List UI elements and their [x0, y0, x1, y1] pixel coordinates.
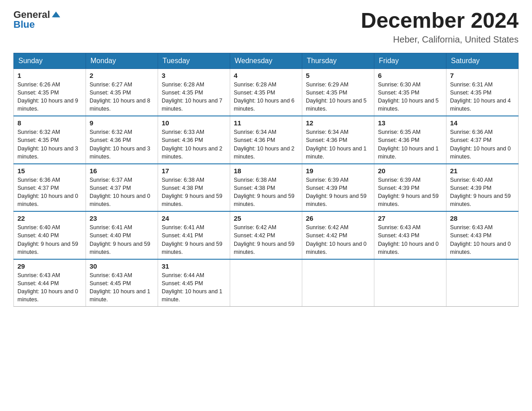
calendar-cell: 7 Sunrise: 6:31 AMSunset: 4:35 PMDayligh… [446, 68, 519, 116]
logo: General Blue [13, 9, 61, 30]
weekday-header-row: SundayMondayTuesdayWednesdayThursdayFrid… [14, 53, 519, 68]
calendar-cell: 8 Sunrise: 6:32 AMSunset: 4:35 PMDayligh… [14, 116, 86, 164]
day-info: Sunrise: 6:43 AMSunset: 4:45 PMDaylight:… [90, 272, 150, 303]
day-number: 11 [234, 119, 298, 127]
day-number: 16 [90, 167, 154, 175]
day-number: 15 [17, 167, 82, 175]
day-info: Sunrise: 6:39 AMSunset: 4:39 PMDaylight:… [306, 177, 367, 207]
weekday-header-monday: Monday [86, 53, 158, 68]
day-info: Sunrise: 6:43 AMSunset: 4:44 PMDaylight:… [17, 272, 78, 303]
day-info: Sunrise: 6:33 AMSunset: 4:36 PMDaylight:… [162, 129, 223, 159]
calendar-week-row: 22 Sunrise: 6:40 AMSunset: 4:40 PMDaylig… [14, 211, 519, 259]
weekday-header-friday: Friday [374, 53, 446, 68]
calendar-cell [446, 259, 519, 307]
title-area: December 2024 Heber, California, United … [361, 9, 519, 45]
calendar-cell: 30 Sunrise: 6:43 AMSunset: 4:45 PMDaylig… [86, 259, 158, 307]
day-number: 27 [378, 214, 442, 222]
calendar-cell: 25 Sunrise: 6:42 AMSunset: 4:42 PMDaylig… [230, 211, 302, 259]
day-number: 2 [90, 72, 154, 79]
calendar-cell: 18 Sunrise: 6:38 AMSunset: 4:38 PMDaylig… [230, 164, 302, 212]
calendar-cell: 9 Sunrise: 6:32 AMSunset: 4:36 PMDayligh… [86, 116, 158, 164]
calendar-week-row: 15 Sunrise: 6:36 AMSunset: 4:37 PMDaylig… [14, 164, 519, 212]
calendar-subtitle: Heber, California, United States [361, 34, 519, 45]
calendar-cell [302, 259, 374, 307]
calendar-cell: 2 Sunrise: 6:27 AMSunset: 4:35 PMDayligh… [86, 68, 158, 116]
day-info: Sunrise: 6:29 AMSunset: 4:35 PMDaylight:… [306, 81, 367, 112]
calendar-cell: 28 Sunrise: 6:43 AMSunset: 4:43 PMDaylig… [446, 211, 519, 259]
calendar-cell: 16 Sunrise: 6:37 AMSunset: 4:37 PMDaylig… [86, 164, 158, 212]
day-number: 5 [306, 72, 370, 79]
day-number: 18 [234, 167, 298, 175]
day-number: 21 [450, 167, 515, 175]
day-info: Sunrise: 6:28 AMSunset: 4:35 PMDaylight:… [162, 81, 223, 112]
day-number: 12 [306, 119, 370, 127]
day-number: 17 [162, 167, 226, 175]
day-info: Sunrise: 6:35 AMSunset: 4:36 PMDaylight:… [378, 129, 439, 159]
calendar-cell: 17 Sunrise: 6:38 AMSunset: 4:38 PMDaylig… [158, 164, 230, 212]
day-number: 9 [90, 119, 154, 127]
calendar-cell: 31 Sunrise: 6:44 AMSunset: 4:45 PMDaylig… [158, 259, 230, 307]
day-info: Sunrise: 6:40 AMSunset: 4:39 PMDaylight:… [450, 177, 511, 207]
calendar-cell: 12 Sunrise: 6:34 AMSunset: 4:36 PMDaylig… [302, 116, 374, 164]
day-number: 3 [162, 72, 226, 79]
day-info: Sunrise: 6:34 AMSunset: 4:36 PMDaylight:… [234, 129, 295, 159]
calendar-title: December 2024 [361, 9, 519, 33]
calendar-cell: 14 Sunrise: 6:36 AMSunset: 4:37 PMDaylig… [446, 116, 519, 164]
logo-text-blue: Blue [13, 19, 35, 30]
calendar-cell: 13 Sunrise: 6:35 AMSunset: 4:36 PMDaylig… [374, 116, 446, 164]
day-info: Sunrise: 6:26 AMSunset: 4:35 PMDaylight:… [17, 81, 78, 112]
page-header: General Blue December 2024 Heber, Califo… [13, 9, 519, 45]
calendar-cell: 20 Sunrise: 6:39 AMSunset: 4:39 PMDaylig… [374, 164, 446, 212]
day-number: 22 [17, 214, 82, 222]
day-info: Sunrise: 6:32 AMSunset: 4:36 PMDaylight:… [90, 129, 150, 159]
calendar-cell: 21 Sunrise: 6:40 AMSunset: 4:39 PMDaylig… [446, 164, 519, 212]
day-info: Sunrise: 6:44 AMSunset: 4:45 PMDaylight:… [162, 272, 223, 303]
calendar-cell: 15 Sunrise: 6:36 AMSunset: 4:37 PMDaylig… [14, 164, 86, 212]
weekday-header-saturday: Saturday [446, 53, 519, 68]
day-number: 23 [90, 214, 154, 222]
day-info: Sunrise: 6:38 AMSunset: 4:38 PMDaylight:… [162, 177, 223, 207]
day-info: Sunrise: 6:40 AMSunset: 4:40 PMDaylight:… [17, 224, 78, 255]
day-info: Sunrise: 6:36 AMSunset: 4:37 PMDaylight:… [17, 177, 78, 207]
day-info: Sunrise: 6:31 AMSunset: 4:35 PMDaylight:… [450, 81, 511, 112]
day-info: Sunrise: 6:32 AMSunset: 4:35 PMDaylight:… [17, 129, 78, 159]
calendar-cell: 19 Sunrise: 6:39 AMSunset: 4:39 PMDaylig… [302, 164, 374, 212]
day-info: Sunrise: 6:39 AMSunset: 4:39 PMDaylight:… [378, 177, 439, 207]
calendar-cell: 11 Sunrise: 6:34 AMSunset: 4:36 PMDaylig… [230, 116, 302, 164]
calendar-cell: 23 Sunrise: 6:41 AMSunset: 4:40 PMDaylig… [86, 211, 158, 259]
day-number: 6 [378, 72, 442, 79]
day-number: 30 [90, 262, 154, 270]
day-info: Sunrise: 6:43 AMSunset: 4:43 PMDaylight:… [450, 224, 511, 255]
day-info: Sunrise: 6:36 AMSunset: 4:37 PMDaylight:… [450, 129, 511, 159]
day-number: 19 [306, 167, 370, 175]
day-info: Sunrise: 6:42 AMSunset: 4:42 PMDaylight:… [234, 224, 295, 255]
calendar-table: SundayMondayTuesdayWednesdayThursdayFrid… [13, 53, 519, 307]
calendar-cell: 26 Sunrise: 6:42 AMSunset: 4:42 PMDaylig… [302, 211, 374, 259]
calendar-cell: 22 Sunrise: 6:40 AMSunset: 4:40 PMDaylig… [14, 211, 86, 259]
calendar-cell: 3 Sunrise: 6:28 AMSunset: 4:35 PMDayligh… [158, 68, 230, 116]
logo-icon [51, 10, 61, 20]
day-number: 4 [234, 72, 298, 79]
day-number: 14 [450, 119, 515, 127]
calendar-week-row: 8 Sunrise: 6:32 AMSunset: 4:35 PMDayligh… [14, 116, 519, 164]
day-number: 20 [378, 167, 442, 175]
day-number: 1 [17, 72, 82, 79]
day-info: Sunrise: 6:41 AMSunset: 4:40 PMDaylight:… [90, 224, 150, 255]
weekday-header-tuesday: Tuesday [158, 53, 230, 68]
calendar-cell: 5 Sunrise: 6:29 AMSunset: 4:35 PMDayligh… [302, 68, 374, 116]
calendar-cell: 27 Sunrise: 6:43 AMSunset: 4:43 PMDaylig… [374, 211, 446, 259]
weekday-header-thursday: Thursday [302, 53, 374, 68]
day-number: 26 [306, 214, 370, 222]
day-info: Sunrise: 6:43 AMSunset: 4:43 PMDaylight:… [378, 224, 439, 255]
calendar-cell: 6 Sunrise: 6:30 AMSunset: 4:35 PMDayligh… [374, 68, 446, 116]
calendar-cell: 1 Sunrise: 6:26 AMSunset: 4:35 PMDayligh… [14, 68, 86, 116]
day-info: Sunrise: 6:41 AMSunset: 4:41 PMDaylight:… [162, 224, 223, 255]
day-info: Sunrise: 6:28 AMSunset: 4:35 PMDaylight:… [234, 81, 295, 112]
calendar-week-row: 29 Sunrise: 6:43 AMSunset: 4:44 PMDaylig… [14, 259, 519, 307]
day-info: Sunrise: 6:37 AMSunset: 4:37 PMDaylight:… [90, 177, 150, 207]
day-info: Sunrise: 6:30 AMSunset: 4:35 PMDaylight:… [378, 81, 439, 112]
calendar-cell [374, 259, 446, 307]
day-info: Sunrise: 6:34 AMSunset: 4:36 PMDaylight:… [306, 129, 367, 159]
day-info: Sunrise: 6:42 AMSunset: 4:42 PMDaylight:… [306, 224, 367, 255]
day-number: 10 [162, 119, 226, 127]
